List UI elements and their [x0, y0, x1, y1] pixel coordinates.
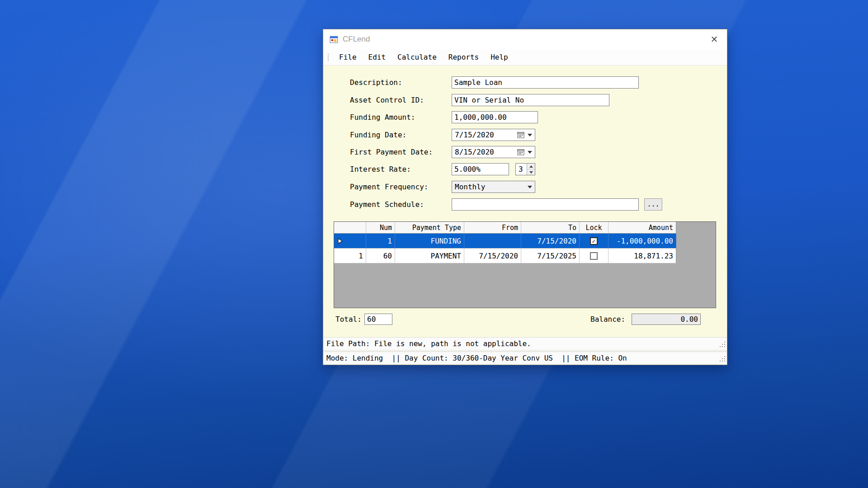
- funding-date-label: Funding Date:: [350, 129, 406, 141]
- desktop: CFLend ✕ File Edit Calculate Reports Hel…: [0, 0, 868, 488]
- grid-header-row: Num Payment Type From To Lock Amount: [334, 222, 676, 234]
- grid-col-type[interactable]: Payment Type: [395, 222, 464, 233]
- mode-text: Mode: Lending || Day Count: 30/360-Day Y…: [326, 354, 627, 362]
- spinner-up-button[interactable]: [527, 164, 535, 169]
- menu-file[interactable]: File: [333, 51, 363, 63]
- menu-edit[interactable]: Edit: [363, 51, 392, 63]
- interest-rate-label: Interest Rate:: [350, 163, 411, 175]
- cell-from: 7/15/2020: [464, 249, 521, 263]
- grid-col-to[interactable]: To: [521, 222, 580, 233]
- grid-col-lock[interactable]: Lock: [580, 222, 609, 233]
- total-label: Total:: [335, 314, 362, 325]
- titlebar[interactable]: CFLend ✕: [323, 29, 727, 49]
- payment-schedule-label: Payment Schedule:: [350, 198, 424, 211]
- lock-checkbox[interactable]: ✓: [590, 237, 598, 245]
- row-selector-cell[interactable]: 1: [334, 249, 366, 263]
- grid-col-selector: [334, 222, 366, 233]
- current-row-arrow-icon: [338, 238, 343, 244]
- close-button[interactable]: ✕: [704, 29, 724, 49]
- rate-precision-spinner[interactable]: 3: [515, 163, 535, 175]
- asset-control-id-input[interactable]: [452, 94, 609, 106]
- first-payment-date-picker[interactable]: 8/15/2020: [452, 146, 535, 158]
- menu-grip-icon: [327, 53, 329, 61]
- triangle-down-icon: [529, 171, 533, 174]
- cell-to: 7/15/2020: [521, 234, 580, 248]
- cell-type: FUNDING: [395, 234, 464, 248]
- rate-precision-value: 3: [516, 165, 527, 174]
- payment-frequency-select[interactable]: Monthly: [452, 181, 535, 193]
- cell-num: 1: [366, 234, 395, 248]
- resize-grip-icon[interactable]: [719, 356, 726, 362]
- cell-num: 60: [366, 249, 395, 263]
- lock-checkbox[interactable]: [590, 252, 598, 260]
- total-value-box[interactable]: [364, 314, 392, 325]
- first-payment-date-label: First Payment Date:: [350, 146, 433, 158]
- description-label: Description:: [350, 76, 402, 89]
- triangle-up-icon: [529, 165, 533, 168]
- form-area: Description: Asset Control ID: Funding A…: [323, 66, 727, 365]
- cell-type: PAYMENT: [395, 249, 464, 263]
- calendar-icon: [517, 131, 524, 138]
- grid-row-payment[interactable]: 1 60 PAYMENT 7/15/2020 7/15/2025 18,871.…: [334, 249, 676, 263]
- cell-lock: [580, 249, 609, 263]
- cell-to: 7/15/2025: [521, 249, 580, 263]
- payment-frequency-value: Monthly: [455, 183, 524, 191]
- spinner-buttons: [527, 164, 535, 175]
- spinner-down-button[interactable]: [527, 169, 535, 175]
- interest-rate-input[interactable]: [452, 163, 509, 175]
- description-input[interactable]: [452, 76, 639, 89]
- funding-date-picker[interactable]: 7/15/2020: [452, 129, 535, 141]
- chevron-down-icon: [528, 151, 532, 154]
- payment-frequency-label: Payment Frequency:: [350, 181, 428, 193]
- asset-control-id-label: Asset Control ID:: [350, 94, 424, 106]
- menu-calculate[interactable]: Calculate: [392, 51, 443, 63]
- grid-col-from[interactable]: From: [464, 222, 521, 233]
- payment-grid: Num Payment Type From To Lock Amount: [334, 221, 716, 308]
- calendar-icon: [517, 149, 524, 155]
- funding-amount-label: Funding Amount:: [350, 111, 415, 123]
- window-title: CFLend: [343, 35, 370, 44]
- grid-col-num[interactable]: Num: [366, 222, 395, 233]
- menubar: File Edit Calculate Reports Help: [323, 49, 727, 66]
- balance-label: Balance:: [590, 314, 625, 325]
- funding-date-value: 7/15/2020: [455, 131, 517, 139]
- payment-grid-table: Num Payment Type From To Lock Amount: [334, 222, 676, 263]
- grid-row-funding[interactable]: 1 FUNDING 7/15/2020 ✓ -1,000,000.00: [334, 234, 676, 249]
- chevron-down-icon: [528, 134, 532, 136]
- cell-lock: ✓: [580, 234, 609, 248]
- chevron-down-icon: [528, 186, 532, 188]
- file-path-statusbar: File Path: File is new, path is not appl…: [323, 337, 727, 350]
- menu-reports[interactable]: Reports: [443, 51, 485, 63]
- app-icon: [330, 35, 338, 44]
- cell-from: [464, 234, 521, 248]
- cflend-window: CFLend ✕ File Edit Calculate Reports Hel…: [323, 29, 727, 365]
- funding-amount-input[interactable]: [452, 111, 538, 123]
- mode-statusbar: Mode: Lending || Day Count: 30/360-Day Y…: [323, 352, 727, 364]
- first-payment-date-value: 8/15/2020: [455, 148, 517, 156]
- cell-amount: -1,000,000.00: [609, 234, 676, 248]
- file-path-text: File Path: File is new, path is not appl…: [326, 339, 531, 348]
- menu-help[interactable]: Help: [485, 51, 514, 63]
- cell-amount: 18,871.23: [609, 249, 676, 263]
- balance-value-box[interactable]: [632, 314, 701, 325]
- payment-schedule-browse-button[interactable]: ...: [644, 198, 662, 211]
- resize-grip-icon[interactable]: [719, 341, 726, 347]
- payment-schedule-input[interactable]: [452, 198, 639, 211]
- grid-col-amount[interactable]: Amount: [609, 222, 676, 233]
- row-selector-cell[interactable]: [334, 234, 366, 248]
